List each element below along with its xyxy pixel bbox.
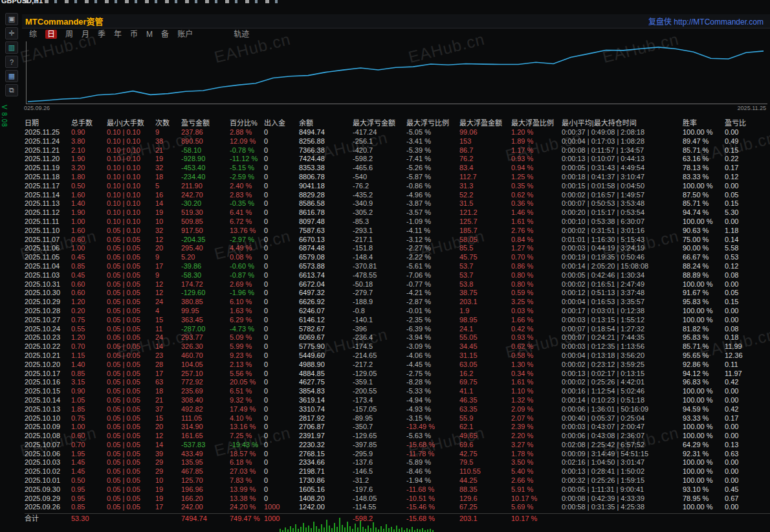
table-cell: 0.12 (725, 173, 770, 182)
table-cell: 0.42 % (511, 325, 562, 334)
menu-item-备[interactable]: 备 (161, 30, 169, 39)
menu-item-综[interactable]: 综 (29, 30, 37, 39)
table-cell: 20.05 % (230, 378, 264, 387)
table-cell: 0.85 (71, 503, 107, 512)
table-cell: 2230.32 (299, 441, 353, 450)
table-cell: 0:00:09 | 3:14:49 | 54:51:15 (562, 450, 683, 459)
table-cell: -15.46 % (406, 503, 459, 512)
table-cell (683, 514, 725, 523)
menu-item-年[interactable]: 年 (114, 30, 122, 39)
table-cell: 0.00 (725, 503, 770, 512)
table-cell: 55.9 (459, 414, 511, 423)
table-cell: 0.10 | 0.10 (107, 199, 155, 208)
menu-item-周[interactable]: 周 (65, 30, 73, 39)
table-row: 2025.10.141.050.05 | 0.0521308.409.32 %0… (25, 396, 770, 405)
table-cell: 2025.10.23 (25, 333, 71, 342)
table-cell: 94.59 % (683, 405, 725, 414)
table-cell: 0.94 % (511, 164, 562, 173)
table-cell: 0 (264, 387, 299, 396)
table-cell: 0 (264, 476, 299, 485)
help-icon[interactable]: ? (5, 56, 18, 68)
table-cell: 32 (155, 227, 181, 236)
table-cell: 0:00:03 | 0:13:15 | 1:55:12 (562, 316, 683, 325)
table-cell: 6579.08 (299, 253, 353, 262)
table-cell: 2025.11.24 (25, 137, 71, 146)
table-cell: 0.05 | 0.05 (107, 271, 155, 280)
table-cell: 0.93 % (511, 155, 562, 164)
menu-item-M[interactable]: M (146, 30, 153, 39)
table-cell: 2025.10.29 (25, 298, 71, 307)
table-cell: 2768.15 (299, 450, 353, 459)
table-cell: 890.50 (181, 137, 230, 146)
table-cell: 39 (155, 450, 181, 459)
table-row: 2025.10.061.950.05 | 0.0539433.4918.57 %… (25, 450, 770, 459)
table-cell: 0.35 % (511, 182, 562, 191)
table-cell: 0.85 (71, 262, 107, 271)
table-cell: 2025.10.22 (25, 342, 71, 351)
table-cell: 0:00:17 | 0:03:01 | 0:12:38 (562, 307, 683, 316)
grid-icon[interactable]: ▦ (5, 70, 18, 82)
table-cell: 100.00 % (683, 128, 725, 137)
table-cell: -10.51 % (406, 494, 459, 504)
chart-icon[interactable]: ▥ (5, 41, 18, 54)
table-row: 2025.10.010.500.05 | 0.0510125.707.83 %0… (25, 476, 770, 485)
table-cell: 0.05 | 0.05 (107, 476, 155, 485)
crosshair-icon[interactable]: ✛ (5, 27, 18, 39)
table-cell: 185.7 (459, 227, 511, 236)
table-cell: -5.87 % (406, 173, 459, 182)
table-cell: 88.35 (459, 485, 511, 494)
menu-item-账户[interactable]: 账户 (177, 30, 193, 39)
table-cell: 125.7 (459, 217, 511, 227)
menu-item-轨迹[interactable]: 轨迹 (234, 30, 249, 39)
table-cell: 1.66 % (511, 316, 562, 325)
table-cell: 2334.66 (299, 458, 353, 467)
table-cell: 85.71 % (683, 342, 725, 351)
table-row: 2025.11.050.450.05 | 0.0595.200.08 %0657… (25, 253, 770, 262)
table-cell: -420.7 (353, 146, 406, 155)
menu-item-币[interactable]: 币 (130, 30, 138, 39)
column-header: 出入金 (264, 118, 299, 128)
panel-link[interactable]: 复盘侠 http://MTCommander.com (648, 16, 764, 27)
table-row: 2025.10.201.400.05 | 0.0528104.052.13 %0… (25, 360, 770, 370)
table-cell: -5.26 % (406, 164, 459, 173)
copy-icon[interactable]: ⧉ (5, 84, 18, 96)
table-cell (725, 514, 770, 523)
table-cell: 0 (264, 396, 299, 405)
table-cell: 1.20 (71, 298, 107, 307)
table-cell: 0.08 % (230, 253, 264, 262)
table-cell: -3.57 % (406, 208, 459, 217)
menu-item-季[interactable]: 季 (98, 30, 105, 39)
table-cell: 0:00:07 | 0:18:54 | 1:27:32 (562, 325, 683, 334)
table-cell: 0.05 | 0.05 (107, 307, 155, 316)
table-cell: -5.61 % (406, 262, 459, 271)
menu-item-日[interactable]: 日 (45, 30, 57, 39)
table-cell: 1.20 % (511, 128, 562, 137)
table-cell: 0.03 % (511, 307, 562, 316)
table-cell: 0.05 | 0.05 (107, 494, 155, 504)
table-cell: 0:00:03 | 0:44:19 | 3:24:19 (562, 244, 683, 253)
table-cell: 0.05 | 0.05 (107, 236, 155, 245)
table-cell: 0:00:04 | 0:17:03 | 1:08:28 (562, 137, 683, 146)
table-cell: 0.00 (725, 387, 770, 396)
window-icon[interactable]: ▣ (5, 13, 18, 25)
table-cell: 2.76 % (511, 227, 562, 236)
table-row: 2025.10.100.750.05 | 0.0515111.054.10 %0… (25, 414, 770, 423)
table-cell: 2025.11.20 (25, 155, 71, 164)
table-cell: 78.13 % (683, 164, 725, 173)
table-cell: -4.94 % (406, 396, 459, 405)
menu-item-月[interactable]: 月 (82, 30, 89, 39)
table-cell: 2025.10.03 (25, 458, 71, 467)
table-cell: 8097.48 (299, 217, 353, 227)
table-cell: 2025.11.21 (25, 146, 71, 155)
table-cell: -2.75 % (406, 370, 459, 379)
table-cell: 20 (155, 423, 181, 432)
table-cell: 0.80 % (511, 280, 562, 289)
table-cell: -3.12 % (406, 236, 459, 245)
table-cell: 0 (264, 405, 299, 414)
table-cell: -2.22 % (406, 253, 459, 262)
table-cell: -8.28 % (406, 378, 459, 387)
table-cell: -7.06 % (406, 271, 459, 280)
table-row: 2025.10.170.850.05 | 0.0517257.105.56 %0… (25, 370, 770, 379)
table-cell: -5.33 % (406, 387, 459, 396)
table-cell: 2.40 % (230, 182, 264, 191)
